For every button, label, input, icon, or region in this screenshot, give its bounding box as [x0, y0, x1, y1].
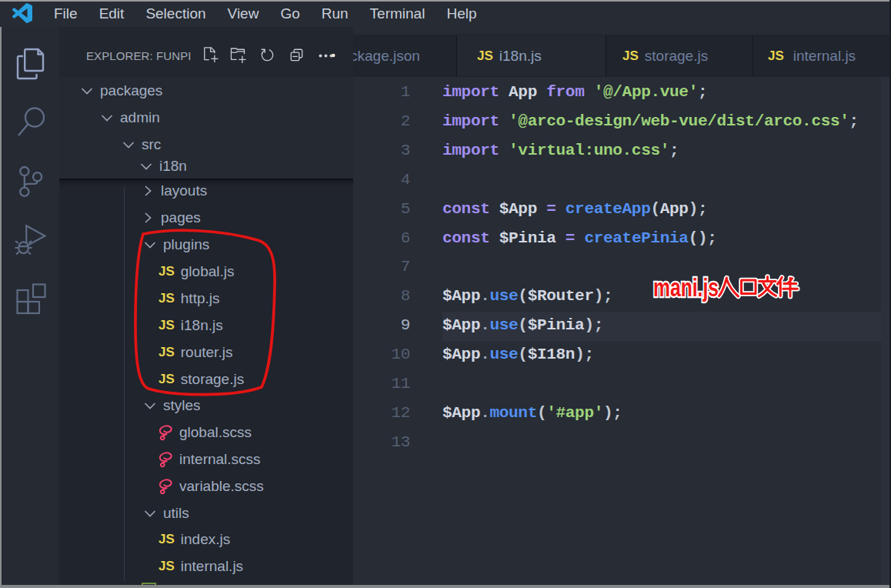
- svg-text:mani.js: mani.js: [653, 272, 719, 302]
